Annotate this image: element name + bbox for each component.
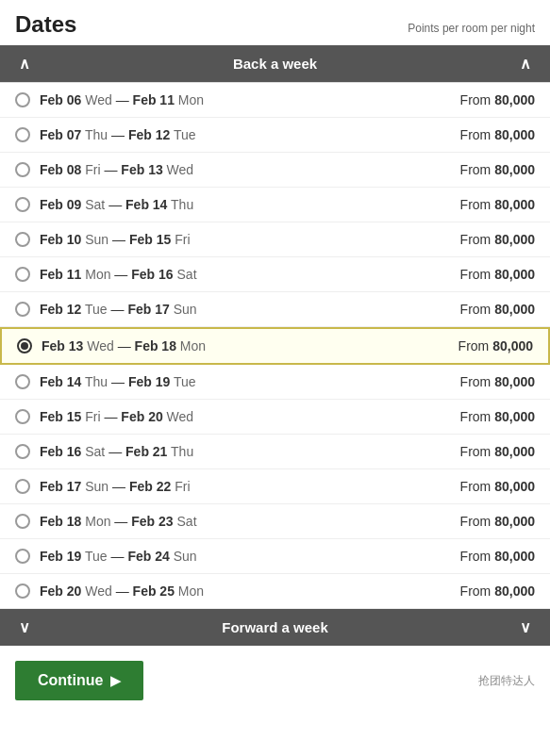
page-subtitle: Points per room per night bbox=[408, 22, 535, 35]
price-text: From 80,000 bbox=[460, 92, 535, 107]
date-row[interactable]: Feb 12 Tue — Feb 17 SunFrom 80,000 bbox=[0, 292, 550, 327]
date-row[interactable]: Feb 11 Mon — Feb 16 SatFrom 80,000 bbox=[0, 257, 550, 292]
price-text: From 80,000 bbox=[460, 162, 535, 177]
radio-circle[interactable] bbox=[15, 267, 30, 282]
price-text: From 80,000 bbox=[460, 409, 535, 424]
radio-circle[interactable] bbox=[15, 514, 30, 529]
date-row[interactable]: Feb 10 Sun — Feb 15 FriFrom 80,000 bbox=[0, 222, 550, 257]
date-range-text: Feb 09 Sat — Feb 14 Thu bbox=[40, 197, 193, 212]
date-row-left: Feb 07 Thu — Feb 12 Tue bbox=[15, 127, 196, 142]
date-row-left: Feb 11 Mon — Feb 16 Sat bbox=[15, 267, 197, 282]
date-row-left: Feb 10 Sun — Feb 15 Fri bbox=[15, 232, 191, 247]
date-row-left: Feb 15 Fri — Feb 20 Wed bbox=[15, 409, 193, 424]
radio-circle[interactable] bbox=[15, 92, 30, 107]
radio-circle[interactable] bbox=[15, 479, 30, 494]
date-range-text: Feb 11 Mon — Feb 16 Sat bbox=[40, 267, 197, 282]
price-text: From 80,000 bbox=[460, 197, 535, 212]
date-range-text: Feb 17 Sun — Feb 22 Fri bbox=[40, 479, 191, 494]
continue-button[interactable]: Continue ▶ bbox=[15, 661, 143, 700]
date-range-text: Feb 19 Tue — Feb 24 Sun bbox=[40, 549, 197, 564]
radio-circle[interactable] bbox=[15, 232, 30, 247]
header: Dates Points per room per night bbox=[0, 0, 550, 45]
page-container: Dates Points per room per night ∧ Back a… bbox=[0, 0, 550, 715]
date-range-text: Feb 06 Wed — Feb 11 Mon bbox=[40, 92, 204, 107]
date-row-left: Feb 16 Sat — Feb 21 Thu bbox=[15, 444, 193, 459]
price-text: From 80,000 bbox=[458, 338, 533, 353]
date-row[interactable]: Feb 20 Wed — Feb 25 MonFrom 80,000 bbox=[0, 574, 550, 609]
forward-right-arrow-icon: ∨ bbox=[520, 618, 531, 636]
forward-week-label: Forward a week bbox=[30, 619, 520, 635]
date-row[interactable]: Feb 17 Sun — Feb 22 FriFrom 80,000 bbox=[0, 469, 550, 504]
date-row[interactable]: Feb 19 Tue — Feb 24 SunFrom 80,000 bbox=[0, 539, 550, 574]
date-row-left: Feb 17 Sun — Feb 22 Fri bbox=[15, 479, 191, 494]
price-text: From 80,000 bbox=[460, 514, 535, 529]
date-row-left: Feb 18 Mon — Feb 23 Sat bbox=[15, 514, 197, 529]
radio-circle[interactable] bbox=[15, 302, 30, 317]
date-list: Feb 06 Wed — Feb 11 MonFrom 80,000Feb 07… bbox=[0, 82, 550, 609]
date-row[interactable]: Feb 16 Sat — Feb 21 ThuFrom 80,000 bbox=[0, 435, 550, 469]
radio-circle[interactable] bbox=[15, 127, 30, 142]
date-range-text: Feb 18 Mon — Feb 23 Sat bbox=[40, 514, 197, 529]
date-range-text: Feb 08 Fri — Feb 13 Wed bbox=[40, 162, 193, 177]
forward-week-button[interactable]: ∨ Forward a week ∨ bbox=[0, 609, 550, 646]
price-text: From 80,000 bbox=[460, 127, 535, 142]
date-row[interactable]: Feb 06 Wed — Feb 11 MonFrom 80,000 bbox=[0, 83, 550, 118]
date-row-left: Feb 20 Wed — Feb 25 Mon bbox=[15, 583, 204, 599]
page-title: Dates bbox=[15, 11, 76, 38]
radio-circle[interactable] bbox=[15, 409, 30, 424]
radio-circle[interactable] bbox=[15, 444, 30, 459]
price-text: From 80,000 bbox=[460, 549, 535, 564]
date-row[interactable]: Feb 15 Fri — Feb 20 WedFrom 80,000 bbox=[0, 400, 550, 435]
date-row-left: Feb 08 Fri — Feb 13 Wed bbox=[15, 162, 193, 177]
radio-circle[interactable] bbox=[15, 549, 30, 564]
radio-circle[interactable] bbox=[17, 338, 32, 353]
date-row[interactable]: Feb 09 Sat — Feb 14 ThuFrom 80,000 bbox=[0, 188, 550, 222]
date-range-text: Feb 12 Tue — Feb 17 Sun bbox=[40, 302, 197, 317]
price-text: From 80,000 bbox=[460, 267, 535, 282]
radio-circle[interactable] bbox=[15, 197, 30, 212]
radio-circle[interactable] bbox=[15, 162, 30, 177]
date-range-text: Feb 20 Wed — Feb 25 Mon bbox=[40, 583, 204, 599]
date-range-text: Feb 13 Wed — Feb 18 Mon bbox=[42, 338, 206, 353]
back-week-label: Back a week bbox=[30, 56, 520, 72]
date-row[interactable]: Feb 13 Wed — Feb 18 MonFrom 80,000 bbox=[0, 327, 550, 365]
continue-label: Continue bbox=[38, 672, 103, 689]
date-row[interactable]: Feb 07 Thu — Feb 12 TueFrom 80,000 bbox=[0, 118, 550, 153]
continue-arrow-icon: ▶ bbox=[110, 673, 121, 688]
price-text: From 80,000 bbox=[460, 232, 535, 247]
date-row[interactable]: Feb 18 Mon — Feb 23 SatFrom 80,000 bbox=[0, 504, 550, 539]
price-text: From 80,000 bbox=[460, 479, 535, 494]
date-row-left: Feb 09 Sat — Feb 14 Thu bbox=[15, 197, 193, 212]
price-text: From 80,000 bbox=[460, 444, 535, 459]
date-row[interactable]: Feb 08 Fri — Feb 13 WedFrom 80,000 bbox=[0, 153, 550, 188]
date-row-left: Feb 13 Wed — Feb 18 Mon bbox=[17, 338, 206, 353]
date-row-left: Feb 06 Wed — Feb 11 Mon bbox=[15, 92, 204, 107]
date-row-left: Feb 19 Tue — Feb 24 Sun bbox=[15, 549, 197, 564]
price-text: From 80,000 bbox=[460, 302, 535, 317]
back-week-button[interactable]: ∧ Back a week ∧ bbox=[0, 45, 550, 82]
date-range-text: Feb 15 Fri — Feb 20 Wed bbox=[40, 409, 193, 424]
date-range-text: Feb 10 Sun — Feb 15 Fri bbox=[40, 232, 191, 247]
back-left-arrow-icon: ∧ bbox=[19, 55, 30, 73]
radio-circle[interactable] bbox=[15, 583, 30, 599]
date-row-left: Feb 12 Tue — Feb 17 Sun bbox=[15, 302, 197, 317]
date-row-left: Feb 14 Thu — Feb 19 Tue bbox=[15, 374, 196, 389]
footer-logo: 抢团特达人 bbox=[478, 673, 535, 689]
forward-left-arrow-icon: ∨ bbox=[19, 618, 30, 636]
date-range-text: Feb 16 Sat — Feb 21 Thu bbox=[40, 444, 193, 459]
price-text: From 80,000 bbox=[460, 374, 535, 389]
radio-circle[interactable] bbox=[15, 374, 30, 389]
date-range-text: Feb 07 Thu — Feb 12 Tue bbox=[40, 127, 196, 142]
date-range-text: Feb 14 Thu — Feb 19 Tue bbox=[40, 374, 196, 389]
date-row[interactable]: Feb 14 Thu — Feb 19 TueFrom 80,000 bbox=[0, 365, 550, 400]
price-text: From 80,000 bbox=[460, 583, 535, 599]
footer: Continue ▶ 抢团特达人 bbox=[0, 646, 550, 715]
back-right-arrow-icon: ∧ bbox=[520, 55, 531, 73]
